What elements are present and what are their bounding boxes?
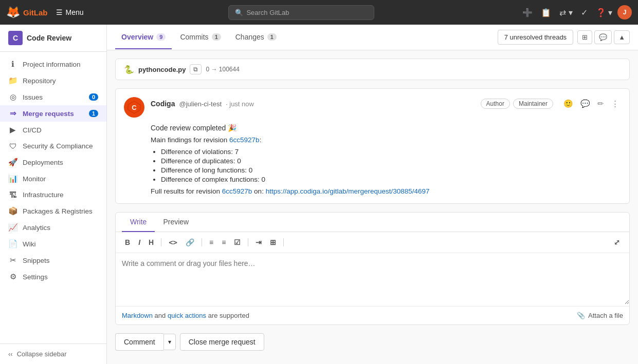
editor-tab-write[interactable]: Write	[122, 213, 155, 232]
svg-text:C: C	[132, 104, 137, 111]
markdown-link[interactable]: Markdown	[122, 312, 153, 319]
tab-commits[interactable]: Commits 1	[174, 26, 227, 49]
file-name: pythoncode.py	[138, 66, 186, 73]
shield-icon: 🛡	[8, 142, 17, 150]
sidebar-item-issues[interactable]: ◎ Issues 0	[0, 89, 106, 105]
tab-action-group: ⊞ 💬 ▲	[577, 30, 630, 44]
sidebar-item-deployments[interactable]: 🚀 Deployments	[0, 154, 106, 170]
collapse-label: Collapse sidebar	[17, 350, 67, 358]
list-item: Difference of long functions: 0	[161, 166, 621, 174]
more-actions-button[interactable]: ⋮	[609, 97, 621, 110]
emoji-button[interactable]: 🙂	[561, 97, 575, 110]
full-results-url-link[interactable]: https://app.codiga.io/gitlab/mergereques…	[266, 187, 430, 195]
collapse-sidebar-button[interactable]: ‹‹ Collapse sidebar	[0, 343, 106, 364]
tab-changes-count: 1	[267, 33, 277, 41]
sidebar-item-label: Repository	[23, 77, 56, 85]
findings-colon: :	[260, 136, 262, 144]
tab-action-copy-button[interactable]: ⊞	[577, 30, 592, 44]
main-content: Overview 9 Commits 1 Changes 1 7 unresol…	[107, 25, 638, 364]
menu-button[interactable]: ☰ Menu	[52, 6, 88, 18]
sidebar-item-snippets[interactable]: ✂ Snippets	[0, 252, 106, 269]
comment-card: C Codiga @julien-ci-test · just now Auth…	[115, 88, 630, 204]
close-merge-request-button[interactable]: Close merge request	[180, 333, 264, 351]
tab-action-collapse-button[interactable]: ▲	[614, 30, 630, 44]
search-bar[interactable]: 🔍 Search GitLab	[228, 5, 374, 20]
merge-requests-nav-button[interactable]: ⇄ ▾	[556, 5, 575, 21]
editor-tab-preview[interactable]: Preview	[155, 213, 197, 232]
close-mr-label: Close merge request	[189, 338, 256, 346]
findings-commit-link[interactable]: 6cc5927b	[229, 136, 260, 144]
reply-button[interactable]: 💬	[578, 97, 592, 110]
nav-icon-group: ➕ 📋 ⇄ ▾ ✓ ❓ ▾ J	[519, 5, 632, 21]
sidebar-item-monitor[interactable]: 📊 Monitor	[0, 170, 106, 187]
toolbar-bullets-button[interactable]: ≡	[206, 236, 216, 248]
file-permissions: 0 → 100644	[206, 66, 239, 73]
sidebar-item-cicd[interactable]: ▶ CI/CD	[0, 122, 106, 138]
sidebar-item-analytics[interactable]: 📈 Analytics	[0, 219, 106, 236]
comment-actions: 🙂 💬 ✏ ⋮	[561, 97, 621, 110]
comment-textarea[interactable]	[116, 253, 629, 304]
tab-commits-label: Commits	[180, 33, 208, 41]
footer-links: Markdown and quick actions are supported	[122, 312, 249, 319]
sidebar-item-label: Monitor	[23, 175, 46, 183]
sidebar-item-packages[interactable]: 📦 Packages & Registries	[0, 203, 106, 219]
sidebar-item-infrastructure[interactable]: 🏗 Infrastructure	[0, 187, 106, 203]
tab-action-chat-button[interactable]: 💬	[594, 30, 612, 44]
sidebar-item-merge-requests[interactable]: ⇒ Merge requests 1	[0, 105, 106, 122]
sidebar-item-wiki[interactable]: 📄 Wiki	[0, 236, 106, 252]
toolbar-bold-button[interactable]: B	[122, 236, 133, 248]
toolbar-link-button[interactable]: 🔗	[183, 236, 197, 248]
toolbar-ordered-button[interactable]: ≡	[218, 236, 229, 248]
python-file-icon: 🐍	[124, 65, 134, 74]
sidebar-item-security[interactable]: 🛡 Security & Compliance	[0, 138, 106, 154]
toolbar-table-button[interactable]: ⊞	[267, 236, 279, 248]
unresolved-threads-button[interactable]: 7 unresolved threads	[498, 30, 573, 45]
list-item: Difference of duplicates: 0	[161, 157, 621, 165]
sidebar-navigation: ℹ Project information 📁 Repository ◎ Iss…	[0, 52, 106, 343]
file-row: 🐍 pythoncode.py ⧉ 0 → 100644	[115, 59, 630, 80]
help-button[interactable]: ❓ ▾	[593, 5, 615, 21]
snippets-icon: ✂	[8, 256, 17, 265]
sidebar-item-project-information[interactable]: ℹ Project information	[0, 56, 106, 72]
comment-findings-intro: Main findings for revision 6cc5927b:	[151, 136, 621, 144]
sidebar-item-label: Project information	[23, 61, 81, 68]
toolbar-expand-button[interactable]: ⤢	[611, 236, 623, 248]
todos-button[interactable]: ✓	[578, 5, 591, 21]
toolbar-code-button[interactable]: <>	[166, 236, 180, 248]
editor-card: Write Preview B I H <> 🔗 ≡ ≡ ☑	[115, 212, 630, 325]
docs-button[interactable]: 📋	[538, 5, 554, 21]
quick-actions-link[interactable]: quick actions	[168, 312, 206, 319]
deploy-icon: 🚀	[8, 158, 17, 167]
toolbar-indent-button[interactable]: ⇥	[252, 236, 265, 248]
paperclip-icon: 📎	[577, 312, 585, 319]
gitlab-logo[interactable]: 🦊 GitLab	[6, 6, 48, 19]
toolbar-separator	[202, 238, 202, 246]
sidebar-item-repository[interactable]: 📁 Repository	[0, 72, 106, 89]
comment-meta: Codiga @julien-ci-test · just now Author…	[151, 97, 621, 110]
tab-overview[interactable]: Overview 9	[115, 26, 172, 49]
edit-button[interactable]: ✏	[595, 97, 606, 110]
full-results-commit-link[interactable]: 6cc5927b	[222, 187, 252, 195]
project-logo: C	[8, 31, 23, 45]
info-icon: ℹ	[8, 60, 17, 69]
comment-dropdown-button[interactable]: ▾	[163, 334, 176, 350]
sidebar-item-label: Issues	[23, 93, 43, 101]
sidebar-item-label: Settings	[23, 273, 48, 281]
findings-list: Difference of violations: 7 Difference o…	[161, 148, 621, 183]
author-badge: Author	[481, 99, 510, 109]
codiga-avatar: C	[124, 97, 144, 118]
toolbar-italic-button[interactable]: I	[135, 236, 143, 248]
create-button[interactable]: ➕	[519, 5, 536, 21]
tab-overview-count: 9	[156, 33, 166, 41]
file-copy-button[interactable]: ⧉	[190, 64, 202, 74]
toolbar-task-button[interactable]: ☑	[231, 236, 244, 248]
gitlab-fox-icon: 🦊	[6, 6, 20, 19]
tab-changes[interactable]: Changes 1	[229, 26, 283, 49]
user-avatar[interactable]: J	[617, 5, 632, 20]
toolbar-heading-button[interactable]: H	[145, 236, 157, 248]
sidebar-item-settings[interactable]: ⚙ Settings	[0, 269, 106, 285]
comment-submit-button[interactable]: Comment	[115, 333, 163, 351]
cicd-icon: ▶	[8, 125, 17, 135]
attach-file-button[interactable]: 📎 Attach a file	[577, 312, 623, 319]
search-icon: 🔍	[235, 9, 243, 16]
